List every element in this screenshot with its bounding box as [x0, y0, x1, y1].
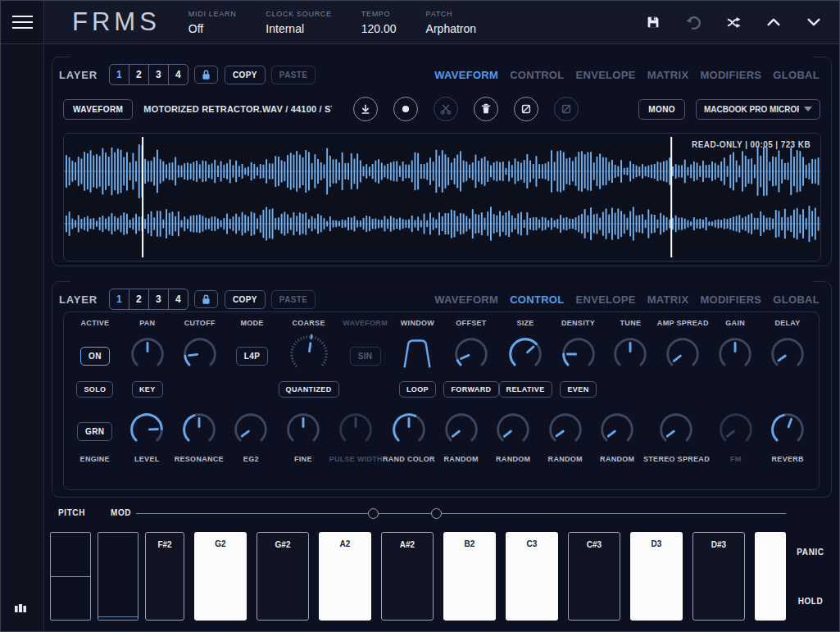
key-g-2[interactable]: G#2: [257, 532, 309, 621]
coarse-knob[interactable]: [287, 332, 331, 380]
random-knob[interactable]: [491, 407, 535, 455]
key-g2[interactable]: G2: [194, 532, 247, 621]
mod-wheel[interactable]: [98, 532, 138, 621]
offset-knob[interactable]: [449, 332, 493, 380]
tab-waveform[interactable]: WAVEFORM: [434, 69, 498, 81]
randomize-icon[interactable]: [724, 13, 742, 31]
layer-2-button[interactable]: 2: [129, 65, 148, 84]
engine-button[interactable]: GRN: [77, 422, 112, 441]
layer-3-button[interactable]: 3: [148, 289, 168, 309]
key-f-2[interactable]: F#2: [145, 532, 184, 621]
import-button[interactable]: [353, 97, 378, 121]
random-knob[interactable]: [439, 407, 484, 455]
key-c3[interactable]: C3: [506, 532, 558, 621]
amp-spread-knob[interactable]: [661, 332, 705, 380]
layer-1-button[interactable]: 1: [110, 289, 129, 309]
delay-knob[interactable]: [765, 332, 810, 380]
tab-modifiers[interactable]: MODIFIERS: [700, 293, 761, 306]
active-button[interactable]: ON: [80, 347, 110, 366]
pan-knob[interactable]: [125, 332, 170, 380]
forward-toggle[interactable]: FORWARD: [443, 381, 498, 398]
window-display[interactable]: [395, 332, 439, 380]
patch-down-icon[interactable]: [805, 13, 823, 31]
tab-control[interactable]: CONTROL: [510, 69, 564, 81]
key-d-3[interactable]: D#3: [692, 532, 745, 621]
reverb-knob[interactable]: [765, 407, 810, 455]
layer-1-button[interactable]: 1: [110, 65, 129, 84]
paste-button[interactable]: PASTE: [271, 66, 316, 84]
mono-button[interactable]: MONO: [638, 99, 685, 120]
hold-button[interactable]: HOLD: [789, 597, 832, 606]
copy-button[interactable]: COPY: [225, 290, 266, 309]
pitch-wheel[interactable]: [50, 532, 91, 621]
layer-3-button[interactable]: 3: [148, 65, 168, 84]
level-knob[interactable]: [125, 407, 169, 455]
bend-slider-track[interactable]: [136, 513, 786, 514]
control-column-density: DENSITY EVEN: [552, 319, 605, 407]
paste-button[interactable]: PASTE: [271, 290, 316, 309]
random-knob[interactable]: [543, 407, 588, 455]
key-partial[interactable]: [755, 532, 786, 621]
keyboard: F#2G2G#2A2A#2B2C3C#3D3D#3: [50, 532, 786, 622]
layer-2-button[interactable]: 2: [129, 289, 148, 309]
save-icon[interactable]: [644, 13, 662, 31]
menu-button[interactable]: [1, 1, 44, 43]
key-d3[interactable]: D3: [630, 532, 683, 621]
delete-button[interactable]: [474, 97, 498, 121]
tune-knob[interactable]: [608, 332, 652, 380]
panic-button[interactable]: PANIC: [789, 548, 832, 557]
eg2-knob[interactable]: [229, 407, 273, 455]
tab-modifiers[interactable]: MODIFIERS: [700, 69, 761, 81]
relative-toggle[interactable]: RELATIVE: [499, 381, 552, 398]
cutoff-knob[interactable]: [178, 332, 222, 380]
input-device-dropdown[interactable]: MACBOOK PRO MICROPH…: [696, 99, 820, 120]
keyboard-toggle-icon[interactable]: [15, 602, 26, 617]
lock-button[interactable]: [194, 290, 218, 308]
copy-button[interactable]: COPY: [225, 66, 266, 84]
key-b2[interactable]: B2: [443, 532, 496, 621]
waveform-source-button[interactable]: WAVEFORM: [63, 99, 133, 120]
density-knob[interactable]: [556, 332, 601, 380]
key-c-3[interactable]: C#3: [568, 532, 620, 621]
rand-color-knob[interactable]: [387, 407, 431, 455]
undo-icon[interactable]: [684, 13, 702, 31]
waveform-display[interactable]: READ-ONLY | 00:05 | 723 KB: [63, 133, 821, 261]
fine-knob[interactable]: [281, 407, 325, 455]
loop-toggle[interactable]: LOOP: [399, 381, 436, 398]
normalize-button[interactable]: [514, 97, 538, 121]
layer-4-button[interactable]: 4: [168, 65, 188, 84]
quantized-toggle[interactable]: QUANTIZED: [279, 381, 339, 398]
mode-button[interactable]: L4P: [236, 347, 269, 366]
size-knob[interactable]: [503, 332, 547, 380]
record-button[interactable]: [393, 97, 418, 121]
key-toggle[interactable]: KEY: [132, 381, 163, 398]
tab-waveform[interactable]: WAVEFORM: [434, 293, 498, 306]
patch-up-icon[interactable]: [765, 13, 783, 31]
waveform-button[interactable]: SIN: [350, 347, 381, 366]
solo-toggle[interactable]: SOLO: [76, 381, 113, 398]
gain-knob[interactable]: [713, 332, 757, 380]
tab-envelope[interactable]: ENVELOPE: [576, 69, 636, 81]
tab-global[interactable]: GLOBAL: [773, 69, 820, 81]
clock-source-value[interactable]: Internal: [266, 22, 331, 35]
tab-matrix[interactable]: MATRIX: [647, 293, 689, 306]
patch-value[interactable]: Arphatron: [426, 22, 476, 35]
tab-control[interactable]: CONTROL: [510, 293, 564, 306]
stereo-spread-knob[interactable]: [654, 407, 698, 455]
tab-global[interactable]: GLOBAL: [773, 293, 820, 306]
tempo-value[interactable]: 120.00: [361, 22, 397, 35]
random-knob[interactable]: [595, 407, 639, 455]
reverse-button[interactable]: [554, 97, 579, 121]
even-toggle[interactable]: EVEN: [560, 381, 596, 398]
midi-learn-value[interactable]: Off: [188, 22, 237, 35]
bend-handle-1[interactable]: [368, 508, 379, 519]
cut-button[interactable]: [434, 97, 458, 121]
tab-matrix[interactable]: MATRIX: [647, 69, 689, 81]
key-a2[interactable]: A2: [319, 532, 371, 621]
tab-envelope[interactable]: ENVELOPE: [576, 293, 636, 306]
bend-handle-2[interactable]: [431, 508, 442, 519]
key-a-2[interactable]: A#2: [381, 532, 434, 621]
lock-button[interactable]: [194, 66, 218, 84]
layer-4-button[interactable]: 4: [168, 289, 188, 309]
resonance-knob[interactable]: [177, 407, 221, 455]
